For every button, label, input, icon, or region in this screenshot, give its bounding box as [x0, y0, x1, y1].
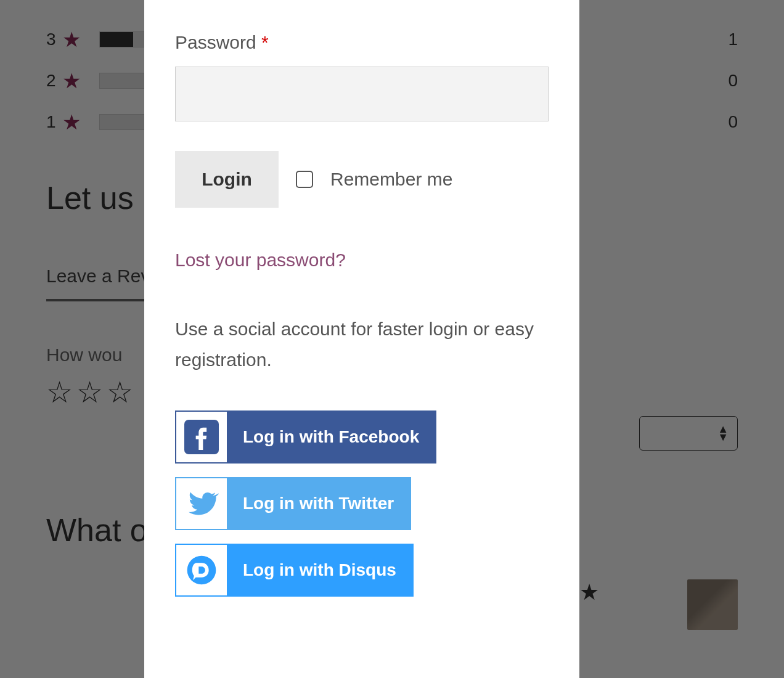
- svg-point-1: [187, 556, 216, 585]
- social-login-description: Use a social account for faster login or…: [175, 314, 549, 375]
- password-field[interactable]: [175, 67, 549, 121]
- facebook-login-label: Log in with Facebook: [227, 412, 435, 462]
- disqus-login-button[interactable]: Log in with Disqus: [175, 544, 414, 597]
- remember-me-label: Remember me: [330, 169, 452, 190]
- login-actions-row: Login Remember me: [175, 151, 549, 208]
- facebook-login-button[interactable]: Log in with Facebook: [175, 410, 436, 464]
- lost-password-link[interactable]: Lost your password?: [175, 250, 346, 271]
- remember-me-checkbox[interactable]: [296, 171, 313, 188]
- login-button[interactable]: Login: [175, 151, 279, 208]
- required-indicator: *: [261, 32, 269, 52]
- twitter-login-button[interactable]: Log in with Twitter: [175, 477, 411, 530]
- password-label: Password *: [175, 32, 549, 53]
- facebook-icon: [176, 412, 227, 462]
- disqus-login-label: Log in with Disqus: [227, 545, 412, 595]
- disqus-icon: [176, 545, 227, 595]
- twitter-login-label: Log in with Twitter: [227, 478, 410, 529]
- login-modal: Password * Login Remember me Lost your p…: [144, 0, 579, 678]
- twitter-icon: [176, 478, 227, 529]
